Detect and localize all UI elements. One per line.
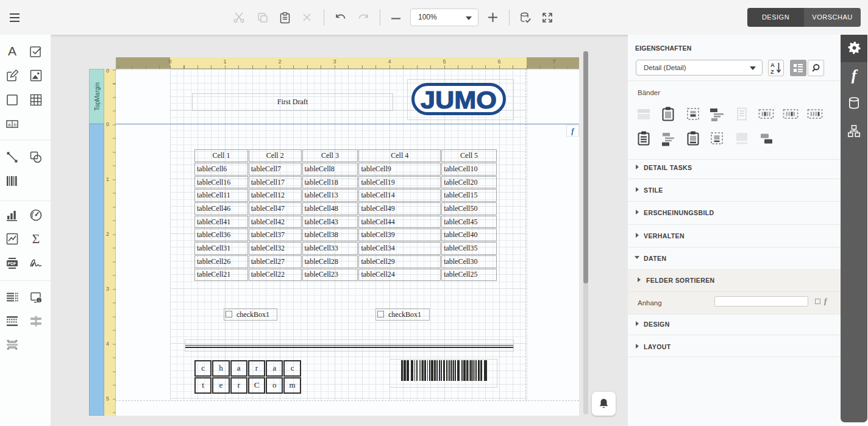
svg-text:Z: Z — [770, 68, 774, 75]
svg-text:A: A — [770, 62, 775, 68]
svg-text:i: i — [38, 298, 40, 304]
svg-text:PDF: PDF — [8, 261, 17, 266]
svg-text:b: b — [14, 122, 17, 127]
svg-text:a: a — [8, 122, 11, 127]
svg-text:JUMO: JUMO — [421, 86, 497, 112]
